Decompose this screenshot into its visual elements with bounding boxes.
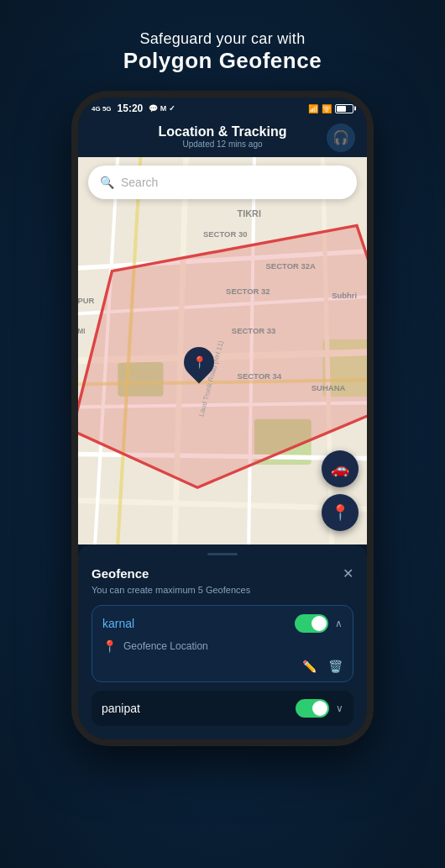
- phone-shell: 4G 5G 15:20 💬 M ✓ 📶 🛜 Location & Trackin…: [71, 91, 374, 746]
- geofence-toggle-panipat[interactable]: [296, 699, 329, 718]
- panel-header: Geofence ✕: [92, 566, 353, 581]
- panel-close-button[interactable]: ✕: [343, 566, 353, 581]
- svg-text:TIKRI: TIKRI: [238, 208, 261, 218]
- geofence-toggle-karnal[interactable]: [295, 614, 328, 633]
- pin-circle: 📍: [178, 341, 221, 384]
- edit-icon[interactable]: ✏️: [302, 660, 317, 673]
- geofence-location-text: Geofence Location: [123, 640, 208, 652]
- bottom-panel: Geofence ✕ You can create maximum 5 Geof…: [78, 544, 367, 739]
- geofence-item-karnal: karnal ∧ 📍 Geofence Location ✏️ 🗑️: [92, 605, 353, 682]
- svg-text:SAIDPUR: SAIDPUR: [78, 296, 95, 305]
- car-location-fab[interactable]: 🚗: [322, 450, 359, 487]
- svg-text:SECTOR 33: SECTOR 33: [232, 326, 276, 335]
- phone-inner: 4G 5G 15:20 💬 M ✓ 📶 🛜 Location & Trackin…: [78, 97, 367, 739]
- panel-handle: [207, 553, 238, 555]
- app-subtitle: Updated 12 mins ago: [159, 139, 287, 149]
- app-header: Location & Tracking Updated 12 mins ago …: [78, 118, 367, 157]
- geofence-name-karnal: karnal: [102, 617, 134, 630]
- notification-icons: 💬 M ✓: [149, 104, 175, 113]
- chevron-up-icon[interactable]: ∧: [335, 618, 343, 629]
- geofence-location-icon: 📍: [102, 639, 117, 653]
- status-right: 📶 🛜: [308, 104, 353, 113]
- panel-description: You can create maximum 5 Geofences: [92, 585, 353, 595]
- geofence-name-panipat: panipat: [102, 702, 140, 715]
- toggle-knob: [312, 616, 327, 631]
- svg-text:SECTOR 30: SECTOR 30: [203, 229, 248, 239]
- app-title-block: Location & Tracking Updated 12 mins ago: [159, 124, 287, 149]
- signal-icon: 📶: [308, 104, 318, 113]
- chevron-down-icon[interactable]: ∨: [336, 702, 343, 714]
- app-title: Location & Tracking: [159, 124, 287, 139]
- status-bar: 4G 5G 15:20 💬 M ✓ 📶 🛜: [78, 97, 367, 118]
- geofence-actions: ✏️ 🗑️: [102, 660, 343, 673]
- search-icon: 🔍: [100, 176, 114, 189]
- search-bar[interactable]: 🔍 Search: [88, 166, 357, 199]
- battery-fill: [337, 106, 346, 112]
- battery-icon: [335, 104, 353, 113]
- page-subtitle: Safeguard your car with: [123, 30, 322, 48]
- pin-icon: 📍: [331, 503, 349, 522]
- status-left: 4G 5G 15:20 💬 M ✓: [92, 103, 175, 114]
- search-placeholder: Search: [121, 176, 158, 189]
- pin-inner: 📍: [192, 355, 207, 369]
- svg-text:SUHANA: SUHANA: [312, 383, 346, 392]
- network-indicator: 4G 5G: [92, 105, 112, 113]
- headphone-button[interactable]: 🎧: [327, 124, 355, 152]
- toggle-knob-2: [312, 701, 327, 716]
- svg-text:SECTOR 32A: SECTOR 32A: [266, 261, 317, 271]
- svg-text:SECTOR 34: SECTOR 34: [238, 371, 282, 381]
- panel-title: Geofence: [92, 566, 149, 581]
- headphone-icon: 🎧: [332, 129, 349, 145]
- geofence-controls-panipat: ∨: [296, 699, 343, 718]
- status-time: 15:20: [118, 103, 144, 114]
- pin-fab[interactable]: 📍: [322, 494, 359, 531]
- map-area: Baragaon TIKRI SECTOR 30 SECTOR 32A SAID…: [78, 157, 367, 544]
- svg-text:SECTOR 32: SECTOR 32: [226, 287, 270, 296]
- page-title: Polygon Geofence: [123, 48, 322, 74]
- geofence-item-header: karnal ∧: [102, 614, 343, 633]
- page-header: Safeguard your car with Polygon Geofence: [107, 0, 338, 91]
- svg-text:Subhri: Subhri: [332, 291, 357, 300]
- fab-group: 🚗 📍: [322, 450, 359, 531]
- svg-text:RADHA SWAMI: RADHA SWAMI: [78, 328, 85, 335]
- geofence-controls-karnal: ∧: [295, 614, 343, 633]
- geofence-item-panipat: panipat ∨: [92, 691, 353, 726]
- wifi-icon: 🛜: [322, 104, 332, 113]
- delete-icon[interactable]: 🗑️: [328, 660, 343, 673]
- geofence-location-row: 📍 Geofence Location: [102, 639, 343, 653]
- car-icon: 🚗: [331, 460, 349, 478]
- location-pin: 📍: [184, 347, 214, 377]
